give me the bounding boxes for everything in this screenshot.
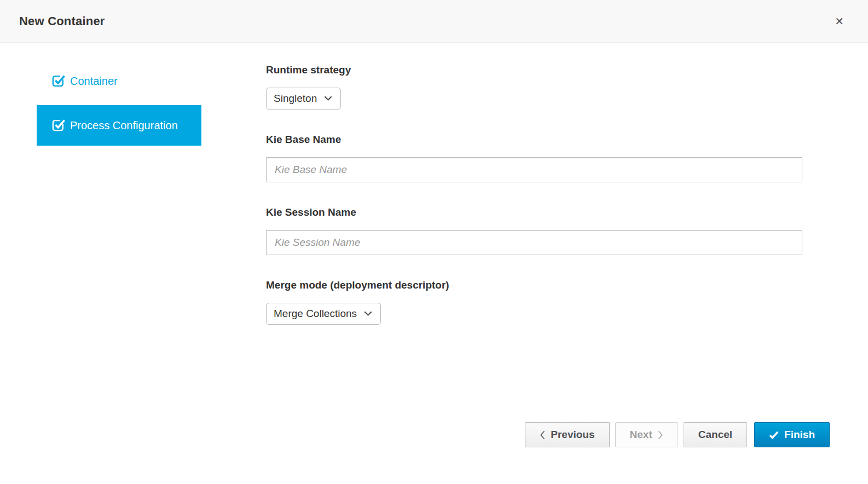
process-configuration-form: Runtime strategy Singleton Kie Base Name… (266, 63, 802, 348)
merge-mode-label: Merge mode (deployment descriptor) (266, 278, 802, 292)
wizard-footer: Previous Next Cancel Finish (525, 422, 830, 447)
cancel-button-label: Cancel (698, 429, 732, 441)
check-square-icon (52, 118, 65, 131)
wizard-step-process-configuration[interactable]: Process Configuration (37, 105, 201, 146)
wizard-step-container[interactable]: Container (37, 61, 201, 101)
check-square-icon (52, 74, 65, 87)
finish-button[interactable]: Finish (754, 422, 830, 447)
runtime-strategy-group: Runtime strategy Singleton (266, 63, 802, 110)
merge-mode-value: Merge Collections (274, 308, 357, 320)
finish-button-label: Finish (784, 429, 815, 441)
previous-button[interactable]: Previous (525, 422, 609, 447)
merge-mode-group: Merge mode (deployment descriptor) Merge… (266, 278, 802, 325)
kie-base-name-group: Kie Base Name (266, 132, 802, 182)
kie-base-name-label: Kie Base Name (266, 132, 802, 147)
previous-button-label: Previous (551, 429, 594, 441)
kie-session-name-input[interactable] (266, 230, 802, 255)
cancel-button[interactable]: Cancel (684, 422, 747, 447)
new-container-modal: New Container ✕ Container Process Config… (0, 0, 868, 484)
wizard-step-list: Container Process Configuration (37, 61, 201, 149)
runtime-strategy-label: Runtime strategy (266, 63, 802, 77)
chevron-down-icon (364, 311, 372, 316)
chevron-down-icon (324, 96, 332, 101)
modal-header: New Container ✕ (0, 0, 868, 43)
modal-title: New Container (19, 14, 105, 28)
merge-mode-select[interactable]: Merge Collections (266, 303, 381, 325)
next-button-label: Next (630, 429, 652, 441)
kie-session-name-group: Kie Session Name (266, 205, 802, 255)
angle-right-icon (658, 430, 663, 440)
runtime-strategy-value: Singleton (274, 93, 317, 105)
wizard-step-label: Process Configuration (70, 119, 178, 131)
kie-session-name-label: Kie Session Name (266, 205, 802, 220)
kie-base-name-input[interactable] (266, 157, 802, 182)
runtime-strategy-select[interactable]: Singleton (266, 88, 341, 110)
close-icon[interactable]: ✕ (835, 16, 844, 27)
next-button[interactable]: Next (615, 422, 678, 447)
wizard-step-label: Container (70, 75, 118, 87)
angle-left-icon (540, 430, 545, 440)
check-icon (769, 431, 779, 439)
